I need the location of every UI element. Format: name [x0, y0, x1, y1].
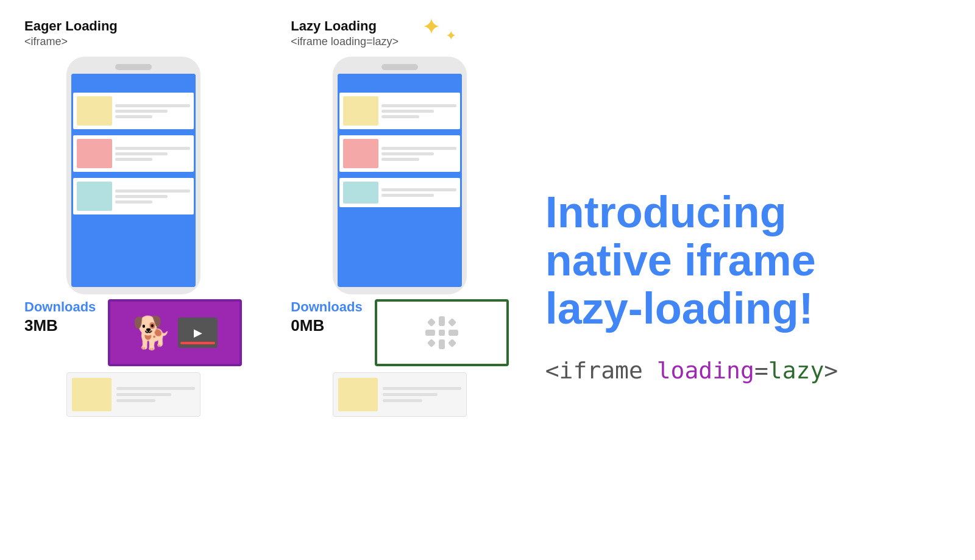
line3: [115, 158, 153, 161]
line1: [381, 188, 456, 191]
lazy-bottom-card-lines: [383, 378, 461, 411]
svg-rect-1: [439, 316, 445, 326]
svg-rect-4: [448, 330, 458, 336]
lazy-downloads-info: Downloads 0MB: [291, 299, 362, 335]
eager-phone: [66, 57, 200, 294]
lazy-downloads-label: Downloads: [291, 299, 362, 315]
eager-subtitle: <iframe>: [24, 35, 242, 48]
eager-downloads-label: Downloads: [24, 299, 96, 315]
lazy-bottom-card: [333, 372, 467, 417]
left-section: Eager Loading <iframe>: [24, 18, 509, 542]
lazy-title-group: Lazy Loading <iframe loading=lazy>: [291, 18, 399, 48]
lazy-card-1-lines: [381, 96, 456, 126]
intro-heading: Introducing native iframe lazy-loading!: [545, 188, 951, 333]
card-2-lines: [115, 139, 190, 168]
line2: [381, 194, 434, 197]
play-icon: ▶: [194, 326, 202, 339]
lazy-bottom-cards: [333, 372, 467, 417]
card-1: [73, 93, 194, 129]
lazy-subtitle: <iframe loading=lazy>: [291, 35, 399, 48]
lazy-downloads-size: 0MB: [291, 316, 362, 335]
sparkle-large-icon: ✦: [422, 15, 441, 38]
svg-rect-7: [427, 339, 436, 347]
line3: [381, 158, 419, 161]
bottom-card-image: [72, 378, 112, 411]
line2: [115, 195, 168, 198]
lazy-loading-column: Lazy Loading <iframe loading=lazy> ✦ ✦: [291, 18, 508, 542]
lazy-card-3-lines: [381, 182, 456, 204]
code-lazy-part: lazy: [768, 357, 824, 384]
svg-rect-8: [448, 339, 456, 347]
lazy-downloads-section: Downloads 0MB: [291, 299, 508, 366]
svg-rect-6: [448, 318, 456, 327]
line2: [381, 110, 434, 113]
lazy-card-1-image: [343, 96, 378, 126]
svg-rect-5: [427, 318, 436, 327]
line1: [381, 104, 456, 107]
right-section: Introducing native iframe lazy-loading! …: [545, 18, 951, 542]
lazy-header-area: Lazy Loading <iframe loading=lazy> ✦ ✦: [291, 18, 405, 48]
code-suffix: >: [824, 357, 838, 384]
card-3-image: [77, 182, 112, 211]
line1: [115, 190, 190, 193]
lazy-iframe-box: [375, 299, 509, 366]
card-1-image: [77, 96, 112, 126]
lazy-separator-1: [339, 132, 460, 133]
line2: [116, 393, 171, 396]
separator-2: [73, 174, 194, 175]
line3: [115, 200, 153, 204]
heading-line1: Introducing: [545, 188, 951, 236]
phone-notch-lazy: [381, 64, 418, 70]
card-2: [73, 135, 194, 172]
bottom-card-lines: [116, 378, 195, 411]
heading-line2: native iframe: [545, 236, 951, 285]
eager-loading-column: Eager Loading <iframe>: [24, 18, 242, 542]
code-iframe-part: <iframe: [545, 357, 657, 384]
line2: [115, 110, 168, 113]
lazy-separator-2: [339, 174, 460, 175]
screen-top-bar-lazy: [338, 74, 462, 91]
screen-top-bar: [71, 74, 196, 91]
lazy-phone: [333, 57, 467, 294]
card-2-image: [77, 139, 112, 168]
line2: [115, 152, 168, 155]
heading-line3: lazy-loading!: [545, 285, 951, 333]
line1: [115, 147, 190, 150]
card-3: [73, 178, 194, 214]
card-1-lines: [115, 96, 190, 126]
eager-title: Eager Loading: [24, 18, 242, 34]
lazy-card-2: [339, 135, 460, 172]
svg-rect-3: [425, 330, 435, 336]
lazy-card-3-image: [343, 182, 378, 204]
lazy-bottom-card-image: [338, 378, 378, 411]
line2: [383, 393, 438, 396]
video-player: ▶: [178, 317, 218, 348]
line3: [381, 115, 419, 118]
eager-header: Eager Loading <iframe>: [24, 18, 242, 48]
dog-icon: 🐕: [132, 314, 172, 352]
eager-phone-screen: [71, 74, 196, 287]
line1: [381, 147, 456, 150]
purple-content: 🐕 ▶: [110, 302, 239, 364]
lazy-header: Lazy Loading <iframe loading=lazy> ✦ ✦: [291, 18, 508, 48]
eager-downloads-info: Downloads 3MB: [24, 299, 96, 335]
loading-spinner: [420, 311, 463, 354]
video-progress-bar: [180, 342, 215, 344]
lazy-title: Lazy Loading: [291, 18, 399, 34]
svg-rect-0: [439, 330, 445, 336]
line2: [381, 152, 434, 155]
line3: [116, 399, 156, 402]
lazy-card-1: [339, 93, 460, 129]
card-3-lines: [115, 182, 190, 211]
phone-notch: [115, 64, 152, 70]
eager-downloads-section: Downloads 3MB 🐕 ▶: [24, 299, 242, 366]
line3: [383, 399, 422, 402]
lazy-card-2-lines: [381, 139, 456, 168]
lazy-card-2-image: [343, 139, 378, 168]
separator-1: [73, 132, 194, 133]
line1: [116, 387, 195, 390]
eager-iframe-box: 🐕 ▶: [108, 299, 242, 366]
line3: [115, 115, 153, 118]
svg-rect-2: [439, 339, 445, 349]
lazy-phone-screen: [338, 74, 462, 287]
